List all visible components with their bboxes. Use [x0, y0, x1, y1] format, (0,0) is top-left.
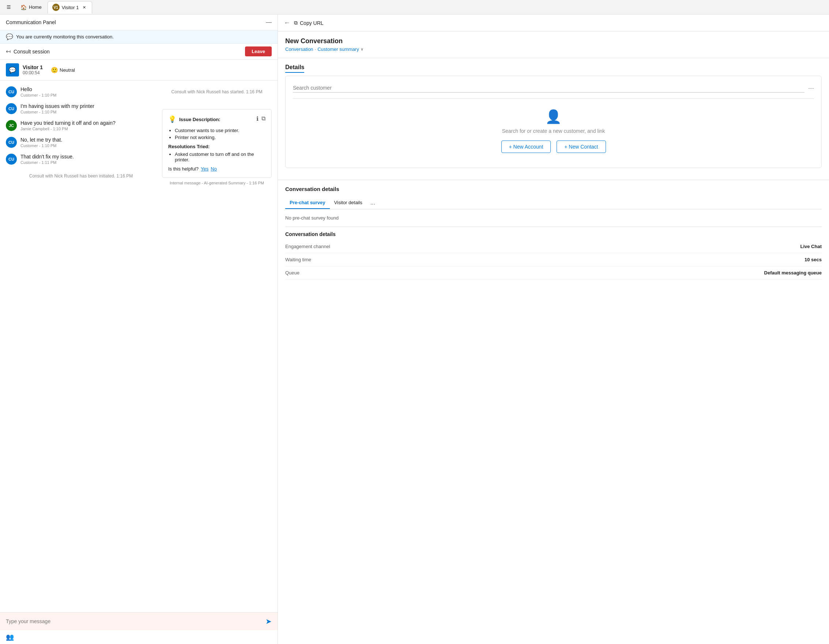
menu-icon[interactable]: ☰ [3, 2, 15, 13]
system-consult-start: Consult with Nick Russell has started. 1… [162, 89, 272, 95]
table-row: CU I'm having issues with my printer Cus… [6, 103, 156, 114]
visitor-details: Visitor 1 00:00:54 [23, 65, 43, 76]
breadcrumb-summary[interactable]: Customer summary [317, 46, 359, 52]
consult-session-label: Consult session [14, 49, 50, 55]
leave-button[interactable]: Leave [245, 46, 272, 56]
table-row: CU That didn't fix my issue. Customer - … [6, 154, 156, 165]
detail-row-engagement: Engagement channel Live Chat [285, 240, 822, 253]
visitor-avatar-icon: 💬 [6, 63, 19, 76]
message-content-3: Have you tried turning it off and on aga… [20, 120, 156, 131]
detail-row-queue: Queue Default messaging queue [285, 267, 822, 279]
message-meta-2: Customer - 1:10 PM [20, 110, 156, 114]
placeholder-text: Search for or create a new customer, and… [502, 128, 605, 134]
minimize-button[interactable]: — [266, 19, 272, 25]
visitor-info: 💬 Visitor 1 00:00:54 🙂 Neutral [0, 60, 277, 80]
breadcrumb-separator: · [315, 46, 316, 52]
breadcrumb-chevron-icon[interactable]: ∨ [361, 47, 364, 52]
queue-value: Default messaging queue [764, 270, 822, 276]
person-icon: 👤 [545, 109, 562, 125]
yes-link[interactable]: Yes [201, 166, 208, 172]
copy-url-icon: ⧉ [294, 20, 298, 26]
helpful-row: Is this helpful? Yes No [168, 166, 265, 172]
main-container: Communication Panel — 💬 You are currentl… [0, 15, 829, 644]
ai-summary-card: 💡 Issue Description: ℹ ⧉ Customer wants … [162, 109, 272, 178]
chat-area: CU Hello Customer - 1:10 PM CU I'm havin… [0, 80, 277, 612]
table-row: CU No, let me try that. Customer - 1:10 … [6, 137, 156, 148]
more-tabs-button[interactable]: ... [367, 196, 379, 209]
new-conversation-title: New Conversation [285, 37, 822, 45]
message-meta-4: Customer - 1:10 PM [20, 144, 156, 148]
bottom-actions: 👥 [0, 630, 277, 644]
new-account-button[interactable]: + New Account [501, 140, 551, 153]
tab-visitor1[interactable]: V1 Visitor 1 ✕ [47, 1, 93, 14]
new-buttons: + New Account + New Contact [501, 140, 606, 153]
copy-url-button[interactable]: ⧉ Copy URL [294, 20, 324, 26]
message-input[interactable] [6, 619, 265, 624]
info-icon[interactable]: ℹ [256, 115, 258, 122]
details-section: Details --- 👤 Search for or create a new… [278, 58, 829, 180]
message-meta-3: Jamie Campbell - 1:10 PM [20, 126, 156, 131]
waiting-time-value: 10 secs [804, 257, 822, 262]
left-panel: Communication Panel — 💬 You are currentl… [0, 15, 278, 644]
visitor1-avatar: V1 [52, 4, 60, 11]
monitoring-text: You are currently monitoring this conver… [16, 34, 114, 39]
details-title: Details [285, 64, 304, 73]
visitor-status-label: Neutral [60, 67, 75, 73]
message-content-4: No, let me try that. Customer - 1:10 PM [20, 137, 156, 148]
search-customer-input[interactable] [293, 84, 804, 93]
comm-panel-title: Communication Panel [6, 19, 56, 25]
table-row: CU Hello Customer - 1:10 PM [6, 86, 156, 97]
tab-close-icon[interactable]: ✕ [81, 4, 87, 11]
issue-description-label: Issue Description: [179, 117, 221, 122]
copy-content-icon[interactable]: ⧉ [262, 115, 265, 122]
add-participant-icon[interactable]: 👥 [6, 633, 14, 641]
message-text-2: I'm having issues with my printer [20, 103, 156, 109]
consult-left: ↤ Consult session [6, 48, 50, 55]
visitor-name: Visitor 1 [23, 65, 43, 70]
table-row: JC Have you tried turning it off and on … [6, 120, 156, 131]
customer-avatar-4: CU [6, 137, 17, 148]
search-customer-card: --- 👤 Search for or create a new custome… [285, 76, 822, 168]
conversation-details-section: Conversation details Pre-chat survey Vis… [278, 180, 829, 286]
visitor-status: 🙂 Neutral [51, 66, 75, 74]
message-meta-5: Customer - 1:11 PM [20, 160, 156, 165]
issue-list: Customer wants to use printer. Printer n… [168, 128, 265, 140]
visitor-time: 00:00:54 [23, 70, 43, 76]
neutral-icon: 🙂 [51, 66, 58, 74]
search-row: --- [293, 84, 814, 93]
system-consult-initiated: Consult with Nick Russell has been initi… [6, 174, 156, 178]
customer-avatar-2: CU [6, 103, 17, 114]
tab-visitor-details[interactable]: Visitor details [330, 197, 367, 209]
message-content-1: Hello Customer - 1:10 PM [20, 86, 156, 97]
engagement-channel-value: Live Chat [800, 244, 822, 249]
conversation-tabs: Pre-chat survey Visitor details ... [285, 196, 822, 209]
monitor-icon: 💬 [6, 33, 13, 40]
tab-home[interactable]: 🏠 Home [16, 1, 46, 14]
resolutions-section: Resolutions Tried: Asked customer to tur… [168, 144, 265, 163]
tab-visitor1-label: Visitor 1 [62, 5, 79, 10]
send-button[interactable]: ➤ [265, 617, 272, 626]
conversation-details-title: Conversation details [285, 186, 822, 192]
new-conversation-section: New Conversation Conversation · Customer… [278, 32, 829, 58]
message-content-2: I'm having issues with my printer Custom… [20, 103, 156, 114]
agent-avatar-jc: JC [6, 120, 17, 131]
customer-avatar-1: CU [6, 86, 17, 97]
new-contact-button[interactable]: + New Contact [556, 140, 605, 153]
waiting-time-label: Waiting time [285, 257, 311, 262]
resolution-list: Asked customer to turn off and on the pr… [168, 152, 265, 163]
message-input-area: ➤ 👥 [0, 612, 277, 644]
search-separator: --- [808, 85, 814, 92]
back-button[interactable]: ← [284, 19, 290, 27]
lightbulb-icon: 💡 [168, 115, 176, 123]
customer-avatar-5: CU [6, 154, 17, 165]
message-text-3: Have you tried turning it off and on aga… [20, 120, 156, 126]
summary-action-icons: ℹ ⧉ [256, 115, 265, 122]
no-link[interactable]: No [211, 166, 217, 172]
breadcrumb-conversation[interactable]: Conversation [285, 46, 314, 52]
conv-divider [285, 226, 822, 227]
message-meta-1: Customer - 1:10 PM [20, 93, 156, 97]
detail-row-waiting: Waiting time 10 secs [285, 253, 822, 267]
tab-pre-chat-survey[interactable]: Pre-chat survey [285, 197, 330, 209]
right-panel: ← ⧉ Copy URL New Conversation Conversati… [278, 15, 829, 644]
chat-right-panel: Consult with Nick Russell has started. 1… [162, 86, 272, 606]
